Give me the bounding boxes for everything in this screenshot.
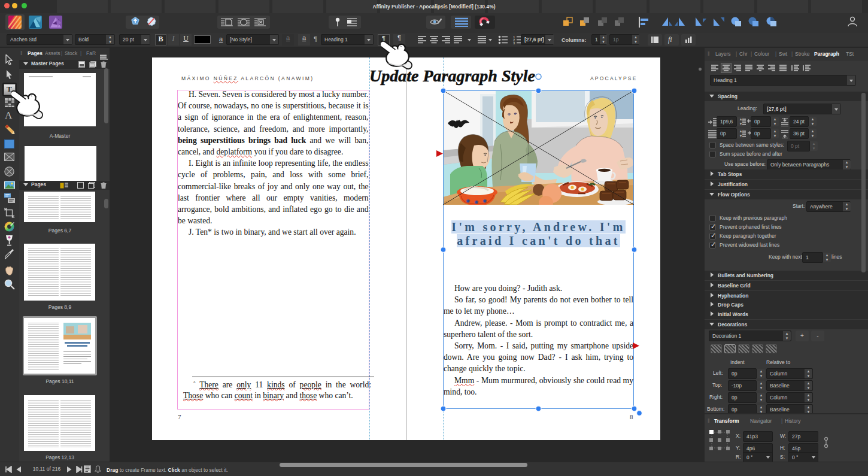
svg-text:3: 3 (513, 41, 515, 44)
